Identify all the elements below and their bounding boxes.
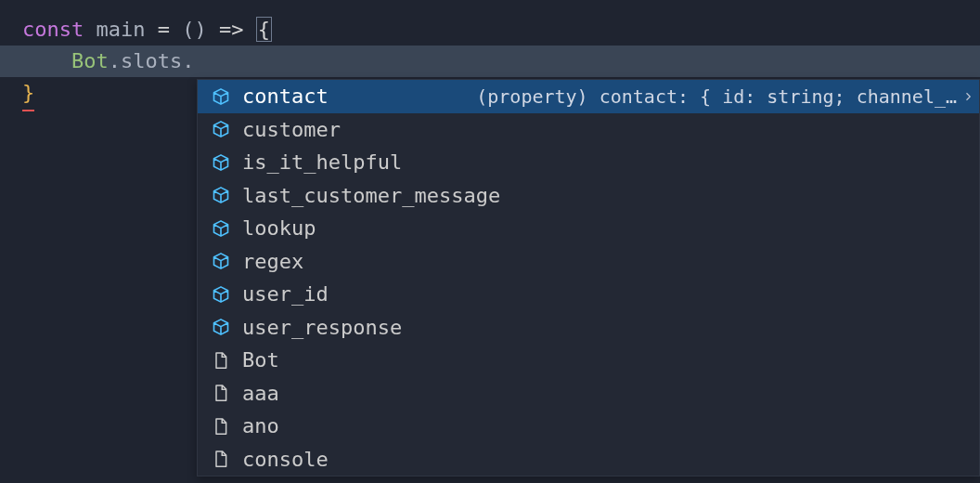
error-underline <box>22 110 34 111</box>
cube-icon <box>211 152 231 173</box>
suggest-item-is_it_helpful[interactable]: is_it_helpful <box>198 146 979 179</box>
property-slots: slots <box>121 49 182 72</box>
suggest-item-ano[interactable]: ano <box>198 410 979 443</box>
cube-icon <box>211 119 231 139</box>
cube-icon <box>211 317 231 337</box>
suggest-item-user_id[interactable]: user_id <box>198 278 979 311</box>
intellisense-suggest-widget[interactable]: contact(property) contact: { id: string;… <box>197 79 980 476</box>
cube-icon <box>211 86 231 107</box>
code-line-1[interactable]: const main = () => { <box>22 14 980 46</box>
suggest-item-label: contact <box>242 85 329 108</box>
operator-equals: = <box>158 18 183 41</box>
suggest-item-label: console <box>242 448 329 471</box>
file-icon <box>211 383 231 403</box>
dot: . <box>182 49 194 72</box>
cube-icon <box>211 251 231 271</box>
cube-icon <box>211 185 231 205</box>
suggest-item-label: Bot <box>242 348 279 372</box>
brace-open: { <box>256 17 272 42</box>
file-icon <box>211 449 231 469</box>
suggest-item-label: regex <box>242 250 303 273</box>
indent <box>22 49 71 72</box>
suggest-item-aaa[interactable]: aaa <box>198 377 979 411</box>
suggest-item-customer[interactable]: customer <box>198 113 979 147</box>
suggest-item-last_customer_message[interactable]: last_customer_message <box>198 179 979 213</box>
dot: . <box>109 49 121 72</box>
suggest-item-label: ano <box>242 414 279 437</box>
suggest-item-contact[interactable]: contact(property) contact: { id: string;… <box>198 80 979 113</box>
file-icon <box>211 416 231 437</box>
suggest-item-label: user_id <box>242 282 329 306</box>
code-line-2[interactable]: Bot.slots. <box>0 46 980 77</box>
object-bot: Bot <box>71 49 109 72</box>
suggest-item-console[interactable]: console <box>198 443 979 476</box>
chevron-right-icon[interactable] <box>962 90 979 103</box>
suggest-item-label: user_response <box>242 316 402 339</box>
suggest-item-lookup[interactable]: lookup <box>198 212 979 245</box>
suggest-item-Bot[interactable]: Bot <box>198 344 979 377</box>
suggest-item-label: aaa <box>242 382 279 405</box>
suggest-item-label: lookup <box>242 216 316 240</box>
identifier-main: main <box>96 18 157 41</box>
arrow: => <box>219 18 256 41</box>
suggest-item-user_response[interactable]: user_response <box>198 311 979 345</box>
suggest-item-label: last_customer_message <box>242 184 500 207</box>
suggest-item-label: customer <box>242 118 341 141</box>
file-icon <box>211 350 231 371</box>
cube-icon <box>211 284 231 305</box>
brace-close: } <box>22 77 34 109</box>
suggest-item-label: is_it_helpful <box>242 150 402 174</box>
suggest-item-detail: (property) contact: { id: string; channe… <box>454 85 962 108</box>
cube-icon <box>211 218 231 239</box>
suggest-item-regex[interactable]: regex <box>198 245 979 279</box>
keyword-const: const <box>22 18 96 41</box>
parens: () <box>182 18 219 41</box>
